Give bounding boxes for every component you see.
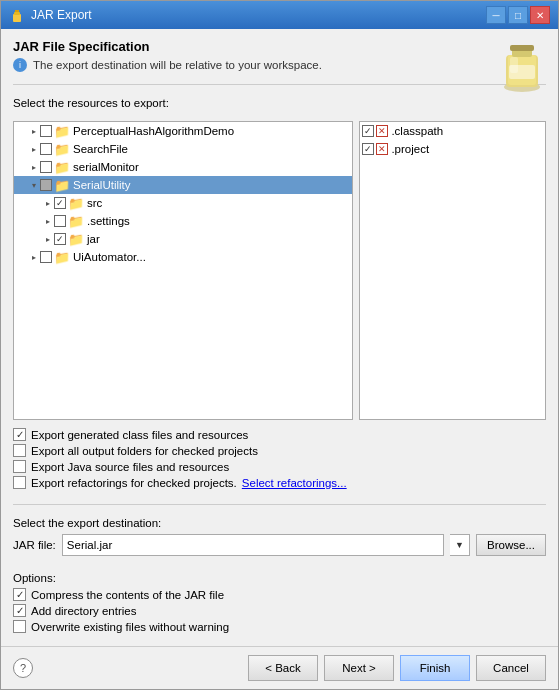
checkbox-compress[interactable] [13,588,26,601]
help-button[interactable]: ? [13,658,33,678]
tree-item-src[interactable]: 📁 src [14,194,352,212]
destination-area: Select the export destination: JAR file:… [13,517,546,564]
jar-title-icon [9,7,25,23]
footer: ? < Back Next > Finish Cancel [1,646,558,689]
help-symbol: ? [20,662,26,674]
tree-label-serialmonitor: serialMonitor [73,161,139,173]
expand-arrow-serialutility [28,179,40,191]
checkbox-export-refactor[interactable] [13,476,26,489]
tree-section-label: Select the resources to export: [13,97,546,109]
overwrite-row: Overwrite existing files without warning [13,620,546,633]
tree-item-serialutility[interactable]: 📁 SerialUtility [14,176,352,194]
info-row: i The export destination will be relativ… [13,58,546,72]
finish-button[interactable]: Finish [400,655,470,681]
left-tree-panel[interactable]: 📁 PerceptualHashAlgorithmDemo 📁 SearchFi… [13,121,353,420]
title-bar-left: JAR Export [9,7,92,23]
folder-icon-serialutility: 📁 [54,178,70,193]
main-content: JAR File Specification i The export dest… [1,29,558,646]
header-area: JAR File Specification i The export dest… [13,39,546,72]
tree-label-perceptual: PerceptualHashAlgorithmDemo [73,125,234,137]
tree-item-perceptual[interactable]: 📁 PerceptualHashAlgorithmDemo [14,122,352,140]
folder-icon-searchfile: 📁 [54,142,70,157]
right-tree-panel[interactable]: ✕ .classpath ✕ .project [359,121,546,420]
checkbox-settings[interactable] [54,215,66,227]
tree-item-serialmonitor[interactable]: 📁 serialMonitor [14,158,352,176]
compress-label: Compress the contents of the JAR file [31,589,224,601]
folder-icon-src: 📁 [68,196,84,211]
add-dir-label: Add directory entries [31,605,136,617]
folder-icon-uiautomator: 📁 [54,250,70,265]
checkbox-classpath[interactable] [362,125,374,137]
next-button[interactable]: Next > [324,655,394,681]
export-output-label: Export all output folders for checked pr… [31,445,258,457]
info-text: The export destination will be relative … [33,59,322,71]
back-button[interactable]: < Back [248,655,318,681]
tree-item-jar[interactable]: 📁 jar [14,230,352,248]
tree-label-settings: .settings [87,215,130,227]
tree-label-searchfile: SearchFile [73,143,128,155]
title-controls: ─ □ ✕ [486,6,550,24]
compress-row: Compress the contents of the JAR file [13,588,546,601]
expand-arrow-serialmonitor [28,161,40,173]
title-text: JAR Export [31,8,92,22]
checkbox-export-java[interactable] [13,460,26,473]
x-icon-classpath: ✕ [376,125,388,137]
folder-icon-jar: 📁 [68,232,84,247]
export-java-row: Export Java source files and resources [13,460,546,473]
tree-label-src: src [87,197,102,209]
header-title: JAR File Specification [13,39,546,54]
options-divider [13,504,546,505]
minimize-button[interactable]: ─ [486,6,506,24]
header-divider [13,84,546,85]
jar-file-row: JAR file: ▼ Browse... [13,534,546,556]
tree-item-searchfile[interactable]: 📁 SearchFile [14,140,352,158]
maximize-button[interactable]: □ [508,6,528,24]
jar-file-input[interactable] [62,534,444,556]
checkbox-serialutility[interactable] [40,179,52,191]
footer-left: ? [13,658,33,678]
checkbox-add-dir[interactable] [13,604,26,617]
select-refactorings-link[interactable]: Select refactorings... [242,477,347,489]
tree-label-uiautomator: UiAutomator... [73,251,146,263]
checkbox-serialmonitor[interactable] [40,161,52,173]
export-options-area: Export generated class files and resourc… [13,428,546,492]
tree-item-settings[interactable]: 📁 .settings [14,212,352,230]
x-icon-project: ✕ [376,143,388,155]
checkbox-uiautomator[interactable] [40,251,52,263]
cancel-button[interactable]: Cancel [476,655,546,681]
dropdown-button[interactable]: ▼ [450,534,470,556]
checkbox-project[interactable] [362,143,374,155]
close-button[interactable]: ✕ [530,6,550,24]
right-item-project[interactable]: ✕ .project [360,140,545,158]
overwrite-label: Overwrite existing files without warning [31,621,229,633]
right-item-classpath[interactable]: ✕ .classpath [360,122,545,140]
label-project: .project [391,143,429,155]
export-refactor-row: Export refactorings for checked projects… [13,476,546,489]
destination-label: Select the export destination: [13,517,546,529]
checkbox-jar[interactable] [54,233,66,245]
checkbox-export-output[interactable] [13,444,26,457]
checkbox-perceptual[interactable] [40,125,52,137]
expand-arrow-searchfile [28,143,40,155]
checkbox-overwrite[interactable] [13,620,26,633]
title-bar: JAR Export ─ □ ✕ [1,1,558,29]
tree-item-uiautomator[interactable]: 📁 UiAutomator... [14,248,352,266]
info-icon: i [13,58,27,72]
tree-panels: 📁 PerceptualHashAlgorithmDemo 📁 SearchFi… [13,121,546,420]
svg-rect-0 [13,14,21,22]
add-dir-row: Add directory entries [13,604,546,617]
checkbox-export-class[interactable] [13,428,26,441]
export-refactor-label: Export refactorings for checked projects… [31,477,237,489]
svg-rect-7 [510,45,534,51]
jar-graphic [498,37,546,92]
footer-buttons: < Back Next > Finish Cancel [248,655,546,681]
export-class-label: Export generated class files and resourc… [31,429,248,441]
browse-button[interactable]: Browse... [476,534,546,556]
folder-icon-perceptual: 📁 [54,124,70,139]
checkbox-src[interactable] [54,197,66,209]
jar-export-window: JAR Export ─ □ ✕ [0,0,559,690]
export-output-row: Export all output folders for checked pr… [13,444,546,457]
export-java-label: Export Java source files and resources [31,461,229,473]
expand-arrow-src [42,197,54,209]
checkbox-searchfile[interactable] [40,143,52,155]
